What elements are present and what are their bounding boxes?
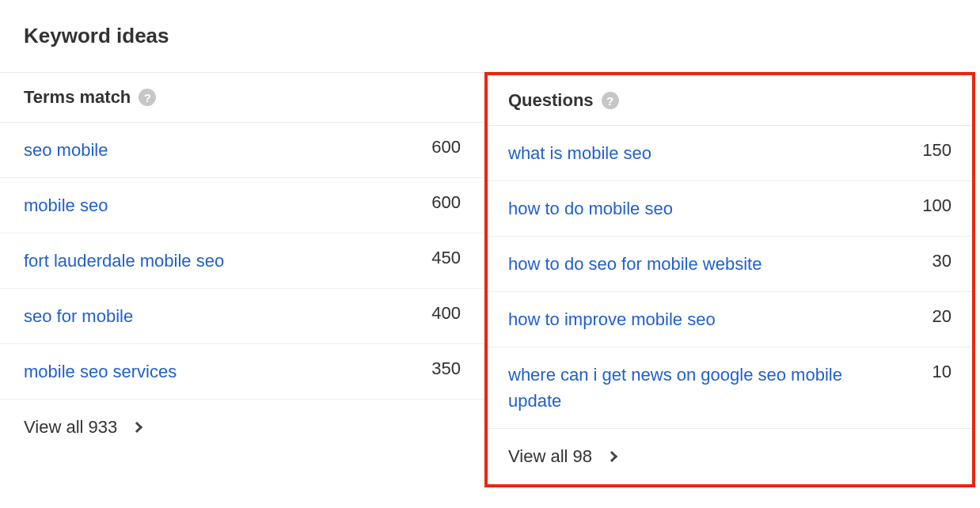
keyword-volume: 20 <box>920 306 952 327</box>
keyword-link[interactable]: seo mobile <box>24 137 108 163</box>
view-all-terms-button[interactable]: View all 933 <box>0 400 484 455</box>
keyword-volume: 600 <box>419 192 461 213</box>
keyword-volume: 150 <box>910 140 952 161</box>
keyword-link[interactable]: seo for mobile <box>24 303 133 329</box>
terms-match-header: Terms match ? <box>0 72 484 123</box>
table-row: how to do mobile seo 100 <box>488 181 972 237</box>
keyword-volume: 30 <box>920 251 952 271</box>
table-row: how to do seo for mobile website 30 <box>488 237 972 292</box>
table-row: what is mobile seo 150 <box>488 126 972 181</box>
keyword-link[interactable]: how to do mobile seo <box>508 195 673 222</box>
keyword-link[interactable]: where can i get news on google seo mobil… <box>508 362 863 414</box>
keyword-link[interactable]: how to do seo for mobile website <box>508 251 762 277</box>
keyword-volume: 10 <box>920 362 952 382</box>
questions-column: Questions ? what is mobile seo 150 how t… <box>484 72 975 487</box>
keyword-volume: 450 <box>419 248 461 268</box>
questions-rows: what is mobile seo 150 how to do mobile … <box>488 126 972 429</box>
chevron-right-icon <box>606 451 617 462</box>
table-row: mobile seo services 350 <box>0 344 484 400</box>
chevron-right-icon <box>131 422 142 433</box>
view-all-terms-label: View all 933 <box>24 417 117 438</box>
keyword-link[interactable]: mobile seo <box>24 192 108 218</box>
keyword-link[interactable]: what is mobile seo <box>508 140 651 166</box>
terms-match-title: Terms match <box>24 87 131 108</box>
table-row: where can i get news on google seo mobil… <box>488 347 972 429</box>
table-row: mobile seo 600 <box>0 178 484 233</box>
help-icon[interactable]: ? <box>602 92 619 109</box>
questions-title: Questions <box>508 90 594 111</box>
keyword-volume: 100 <box>910 195 952 216</box>
keyword-link[interactable]: mobile seo services <box>24 358 177 385</box>
keyword-ideas-panel: Keyword ideas Terms match ? seo mobile 6… <box>0 0 980 487</box>
keyword-volume: 600 <box>419 137 461 157</box>
keyword-volume: 400 <box>419 303 461 324</box>
questions-header: Questions ? <box>488 75 972 126</box>
table-row: how to improve mobile seo 20 <box>488 292 972 347</box>
table-row: fort lauderdale mobile seo 450 <box>0 233 484 289</box>
terms-match-rows: seo mobile 600 mobile seo 600 fort laude… <box>0 123 484 400</box>
columns: Terms match ? seo mobile 600 mobile seo … <box>0 72 980 487</box>
help-icon[interactable]: ? <box>139 89 156 106</box>
keyword-volume: 350 <box>419 358 461 379</box>
view-all-questions-button[interactable]: View all 98 <box>488 429 972 484</box>
keyword-link[interactable]: fort lauderdale mobile seo <box>24 248 224 274</box>
table-row: seo mobile 600 <box>0 123 484 178</box>
terms-match-column: Terms match ? seo mobile 600 mobile seo … <box>0 72 484 487</box>
keyword-link[interactable]: how to improve mobile seo <box>508 306 716 332</box>
table-row: seo for mobile 400 <box>0 289 484 344</box>
view-all-questions-label: View all 98 <box>508 446 592 467</box>
page-title: Keyword ideas <box>24 24 980 48</box>
